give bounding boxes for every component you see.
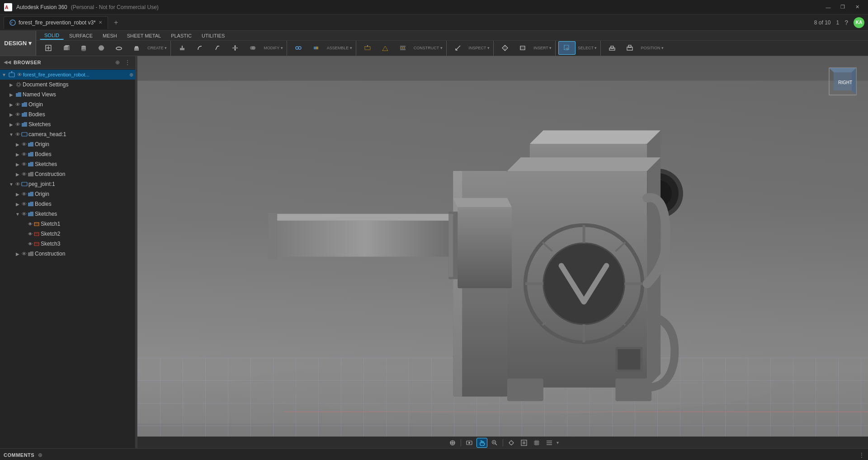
eye-origin3: 👁 <box>22 191 27 197</box>
sketches1-toggle: ▶ <box>8 121 14 128</box>
sketches2-item[interactable]: ▶ 👁 Sketches <box>0 159 135 169</box>
new-component-btn[interactable] <box>40 41 57 55</box>
insert-mesh-btn[interactable] <box>496 41 514 55</box>
maximize-btn[interactable]: ❐ <box>835 3 850 12</box>
eye-origin1: 👁 <box>15 102 20 107</box>
display-settings-btn[interactable] <box>519 438 529 448</box>
tab-plastic[interactable]: PLASTIC <box>166 32 196 39</box>
tab-solid[interactable]: SOLID <box>40 32 64 40</box>
folder-icon <box>28 251 34 257</box>
origin3-item[interactable]: ▶ 👁 Origin <box>0 189 135 199</box>
extrude-btn[interactable] <box>128 41 145 55</box>
position-btn2[interactable] <box>621 41 638 55</box>
minimize-btn[interactable]: — <box>821 3 835 12</box>
hand-pan-btn[interactable] <box>476 438 487 448</box>
comments-pin[interactable]: ⊕ <box>38 452 42 458</box>
joint-btn[interactable] <box>290 41 307 55</box>
tab-sheetmetal[interactable]: SHEET METAL <box>123 32 165 39</box>
sketch2-item[interactable]: 👁 Sketch2 <box>0 229 135 239</box>
press-pull-btn[interactable] <box>174 41 191 55</box>
svg-rect-54 <box>22 182 27 186</box>
assemble-group: ASSEMBLE ▾ <box>288 41 356 56</box>
fillet-btn[interactable] <box>191 41 208 55</box>
inspect-label[interactable]: INSPECT ▾ <box>467 46 491 50</box>
bodies1-item[interactable]: ▶ 👁 Bodies <box>0 109 135 119</box>
move-btn[interactable] <box>226 41 244 55</box>
insert-svg-btn[interactable] <box>514 41 531 55</box>
tab-close-btn[interactable]: ✕ <box>99 20 102 25</box>
position-label[interactable]: POSITION ▾ <box>639 46 665 50</box>
svg-rect-49 <box>9 73 14 77</box>
origin1-item[interactable]: ▶ 👁 Origin <box>0 100 135 109</box>
orbit-btn[interactable] <box>447 438 458 448</box>
svg-text:F: F <box>11 21 13 24</box>
create-label[interactable]: CREATE ▾ <box>146 46 169 50</box>
file-tab[interactable]: F forest_fire_prevention_robot v3* ✕ <box>4 16 108 29</box>
peg-joint-item[interactable]: ▼ 👁 peg_joint:1 <box>0 179 135 189</box>
browser-pin[interactable]: ⊕ <box>113 58 122 66</box>
midplane-btn[interactable] <box>394 41 411 55</box>
assemble-label[interactable]: ASSEMBLE ▾ <box>325 46 354 50</box>
construction2-item[interactable]: ▶ 👁 Construction <box>0 249 135 259</box>
sketch1-item[interactable]: 👁 Sketch1 <box>0 219 135 229</box>
sketch3-toggle <box>21 241 27 247</box>
tab-surface[interactable]: SURFACE <box>65 32 97 39</box>
add-tab-btn[interactable]: + <box>110 16 123 29</box>
help-btn[interactable]: ? <box>844 19 848 26</box>
browser-more[interactable]: ⋮ <box>123 58 132 66</box>
comments-collapse[interactable]: ⋮ <box>859 452 864 458</box>
grid-settings-btn[interactable] <box>531 438 542 448</box>
sphere-btn[interactable] <box>93 41 110 55</box>
viewport[interactable]: RIGHT <box>137 56 868 448</box>
svg-rect-92 <box>448 214 453 277</box>
sketch3-item[interactable]: 👁 Sketch3 <box>0 239 135 249</box>
construction2-label: Construction <box>35 251 65 257</box>
modify-label[interactable]: MODIFY ▾ <box>262 46 284 50</box>
root-options[interactable]: ⊕ <box>129 72 133 78</box>
more-dropdown[interactable]: ▾ <box>557 440 559 445</box>
origin2-item[interactable]: ▶ 👁 Origin <box>0 139 135 149</box>
camera-view-btn[interactable] <box>464 438 475 448</box>
component-icon <box>21 131 28 138</box>
bodies3-item[interactable]: ▶ 👁 Bodies <box>0 199 135 209</box>
construct-label[interactable]: CONSTRUCT ▾ <box>412 46 444 50</box>
measure-btn[interactable] <box>449 41 467 55</box>
cylinder-btn[interactable] <box>75 41 92 55</box>
camera-head-item[interactable]: ▼ 👁 camera_head:1 <box>0 129 135 139</box>
offset-plane-btn[interactable] <box>359 41 376 55</box>
bodies2-item[interactable]: ▶ 👁 Bodies <box>0 149 135 159</box>
nav-back[interactable]: ◀◀ <box>4 59 11 65</box>
eye-construction2: 👁 <box>22 251 27 256</box>
svg-rect-90 <box>615 379 651 401</box>
folder-icon <box>28 151 34 157</box>
chamfer-btn[interactable] <box>209 41 226 55</box>
svg-rect-29 <box>316 47 318 49</box>
root-label: forest_fire_prevention_robot... <box>23 72 90 77</box>
orientation-cube[interactable]: RIGHT <box>825 63 861 100</box>
sketches1-item[interactable]: ▶ 👁 Sketches <box>0 119 135 129</box>
angle-plane-btn[interactable] <box>377 41 394 55</box>
torus-btn[interactable] <box>110 41 127 55</box>
camera-head-toggle: ▼ <box>8 131 14 138</box>
close-btn[interactable]: ✕ <box>850 3 864 12</box>
select-btn[interactable]: ⊹ <box>558 41 576 55</box>
named-views-item[interactable]: ▶ Named Views <box>0 90 135 100</box>
zoom-btn[interactable] <box>489 438 500 448</box>
view-controls-btn[interactable] <box>506 438 517 448</box>
combine-btn[interactable] <box>244 41 261 55</box>
design-btn[interactable]: DESIGN ▾ <box>0 31 36 56</box>
sketches3-item[interactable]: ▼ 👁 Sketches <box>0 209 135 219</box>
tab-utilities[interactable]: UTILITIES <box>197 32 229 39</box>
as-built-btn[interactable] <box>307 41 325 55</box>
position-btn[interactable] <box>604 41 621 55</box>
tree-root[interactable]: ▼ 👁 forest_fire_prevention_robot... ⊕ <box>0 70 135 80</box>
box-btn[interactable] <box>57 41 75 55</box>
select-label[interactable]: SELECT ▾ <box>576 46 599 50</box>
doc-settings-item[interactable]: ▶ Document Settings <box>0 80 135 90</box>
more-btn[interactable] <box>544 438 555 448</box>
browser-actions: ⊕ ⋮ <box>113 58 132 66</box>
insert-label[interactable]: INSERT ▾ <box>532 46 553 50</box>
construction1-item[interactable]: ▶ 👁 Construction <box>0 169 135 179</box>
svg-rect-16 <box>134 48 139 51</box>
tab-mesh[interactable]: MESH <box>98 32 122 39</box>
